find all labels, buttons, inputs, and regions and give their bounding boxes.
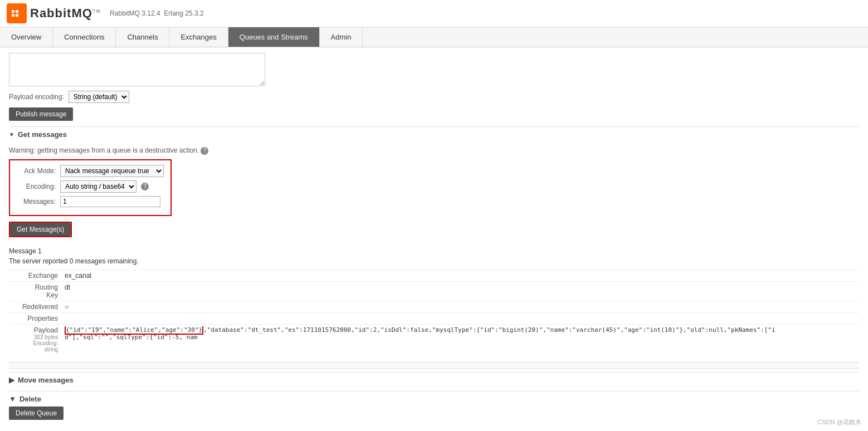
nav-overview[interactable]: Overview bbox=[0, 27, 53, 47]
routing-key-label: RoutingKey bbox=[9, 283, 65, 299]
payload-row: Payload 303 bytes Encoding: string {"id"… bbox=[9, 324, 859, 354]
payload-encoding-value: string bbox=[9, 346, 58, 352]
redelivered-value: ○ bbox=[65, 303, 69, 311]
delete-queue-button[interactable]: Delete Queue bbox=[9, 406, 64, 420]
payload-encoding-label: Payload encoding: bbox=[9, 93, 64, 101]
ack-mode-row: Ack Mode: Nack message requeue true Nack… bbox=[17, 165, 164, 177]
exchange-value: ex_canal bbox=[65, 272, 91, 280]
exchange-label: Exchange bbox=[9, 272, 65, 280]
get-messages-arrow: ▼ bbox=[9, 131, 14, 138]
move-messages-arrow: ▶ bbox=[9, 376, 14, 384]
payload-label-main: Payload bbox=[9, 326, 58, 334]
routing-key-value: dt bbox=[65, 283, 70, 291]
nav-channels[interactable]: Channels bbox=[116, 27, 169, 47]
messages-input[interactable] bbox=[60, 196, 160, 207]
message-title: Message 1 bbox=[9, 247, 859, 255]
encoding-label: Encoding: bbox=[17, 183, 56, 190]
messages-label: Messages: bbox=[17, 198, 56, 205]
redelivered-label: Redelivered bbox=[9, 303, 65, 311]
properties-label: Properties bbox=[9, 315, 65, 322]
version-info: RabbitMQ 3.12.4 Erlang 25.3.2 bbox=[110, 9, 204, 17]
get-messages-title: Get messages bbox=[18, 130, 67, 139]
main-nav: Overview Connections Channels Exchanges … bbox=[0, 27, 868, 47]
message-result: Message 1 The server reported 0 messages… bbox=[9, 247, 859, 354]
delete-title: Delete bbox=[19, 395, 41, 403]
ack-mode-label: Ack Mode: bbox=[17, 167, 56, 175]
horizontal-scrollbar[interactable] bbox=[9, 362, 859, 369]
move-messages-title: Move messages bbox=[18, 376, 74, 384]
svg-rect-3 bbox=[12, 14, 14, 17]
nav-exchanges[interactable]: Exchanges bbox=[169, 27, 228, 47]
get-messages-button[interactable]: Get Message(s) bbox=[10, 223, 71, 236]
delete-header[interactable]: ▼ Delete bbox=[9, 391, 859, 406]
move-messages-header[interactable]: ▶ Move messages bbox=[9, 373, 859, 388]
get-messages-header[interactable]: ▼ Get messages bbox=[9, 126, 859, 142]
footer-watermark: CSDN @花晓木 bbox=[818, 418, 861, 425]
get-messages-section: Warning: getting messages from a queue i… bbox=[9, 142, 859, 359]
message-detail: Exchange ex_canal RoutingKey dt Redelive… bbox=[9, 270, 859, 354]
encoding-help-icon[interactable]: ? bbox=[141, 183, 149, 190]
payload-content: {"id":"19","name":"Alice","age":"30"},"d… bbox=[65, 326, 789, 341]
redelivered-row: Redelivered ○ bbox=[9, 301, 859, 312]
delete-section: ▼ Delete Delete Queue bbox=[9, 391, 859, 420]
encoding-row: Encoding: Auto string / base64 base64 ? bbox=[17, 180, 164, 193]
payload-label-block: Payload 303 bytes Encoding: string bbox=[9, 326, 65, 352]
payload-encoding-label2: Encoding: bbox=[9, 340, 58, 346]
nav-connections[interactable]: Connections bbox=[53, 27, 116, 47]
svg-rect-2 bbox=[16, 10, 18, 13]
get-messages-button-box: Get Message(s) bbox=[9, 222, 72, 237]
publish-textarea[interactable] bbox=[9, 53, 265, 86]
svg-rect-1 bbox=[12, 10, 14, 13]
warning-text: Warning: getting messages from a queue i… bbox=[9, 146, 859, 155]
logo-icon bbox=[7, 3, 27, 23]
publish-section: Payload encoding: String (default) Base6… bbox=[9, 53, 859, 121]
encoding-select[interactable]: Auto string / base64 base64 bbox=[60, 180, 136, 193]
main-content: Payload encoding: String (default) Base6… bbox=[0, 47, 868, 425]
svg-rect-0 bbox=[10, 7, 23, 20]
routing-key-row: RoutingKey dt bbox=[9, 281, 859, 301]
get-messages-form-box: Ack Mode: Nack message requeue true Nack… bbox=[9, 159, 172, 216]
nav-queues-streams[interactable]: Queues and Streams bbox=[228, 27, 320, 47]
properties-row: Properties bbox=[9, 312, 859, 324]
svg-rect-4 bbox=[16, 14, 18, 17]
exchange-row: Exchange ex_canal bbox=[9, 270, 859, 281]
nav-admin[interactable]: Admin bbox=[320, 27, 363, 47]
publish-message-button[interactable]: Publish message bbox=[9, 107, 73, 121]
logo-text: RabbitMQTM bbox=[30, 6, 101, 21]
move-section: ▶ Move messages bbox=[9, 372, 859, 388]
logo: RabbitMQTM bbox=[7, 3, 101, 23]
payload-size: 303 bytes bbox=[9, 334, 58, 340]
delete-arrow: ▼ bbox=[9, 395, 16, 403]
messages-row: Messages: bbox=[17, 196, 164, 207]
payload-encoding-select[interactable]: String (default) Base64 bbox=[69, 91, 129, 103]
payload-encoding-row: Payload encoding: String (default) Base6… bbox=[9, 91, 859, 103]
ack-mode-select[interactable]: Nack message requeue true Nack message r… bbox=[60, 165, 164, 177]
warning-help-icon[interactable]: ? bbox=[201, 147, 208, 155]
server-msg: The server reported 0 messages remaining… bbox=[9, 257, 859, 265]
header: RabbitMQTM RabbitMQ 3.12.4 Erlang 25.3.2 bbox=[0, 0, 868, 27]
